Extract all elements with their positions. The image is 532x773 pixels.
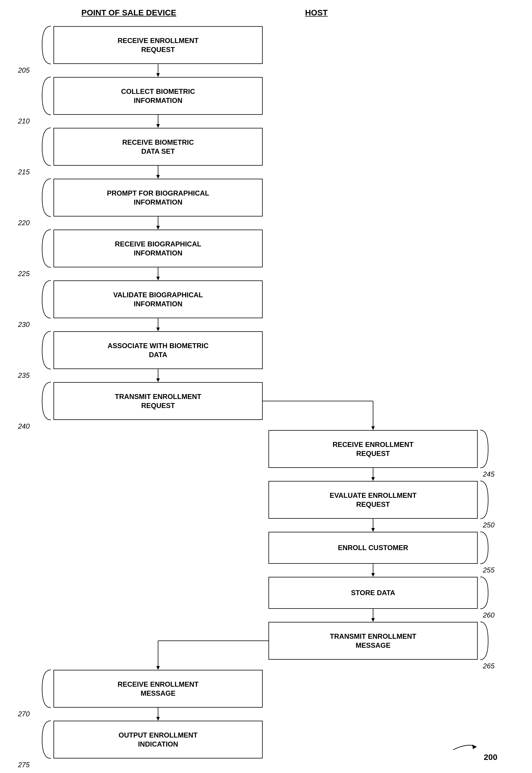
- svg-marker-11: [156, 328, 160, 331]
- box-collect-biometric-info: COLLECT BIOMETRICINFORMATION: [53, 77, 263, 115]
- box-receive-enrollment-request-host: RECEIVE ENROLLMENTREQUEST: [268, 430, 478, 468]
- svg-marker-7: [156, 226, 160, 230]
- step-255: 255: [483, 566, 495, 574]
- step-265: 265: [483, 662, 495, 670]
- step-275: 275: [18, 761, 30, 769]
- step-220: 220: [18, 219, 30, 227]
- svg-marker-9: [156, 277, 160, 280]
- svg-marker-3: [156, 124, 160, 128]
- figure-number: 200: [484, 753, 497, 762]
- step-210: 210: [18, 117, 30, 125]
- header-pos-device: POINT OF SALE DEVICE: [81, 8, 176, 17]
- step-240: 240: [18, 422, 30, 430]
- step-215: 215: [18, 168, 30, 176]
- svg-marker-24: [371, 618, 375, 622]
- step-250: 250: [483, 521, 495, 529]
- box-receive-enrollment-request-pos: RECEIVE ENROLLMENTREQUEST: [53, 26, 263, 64]
- box-transmit-enrollment-message: TRANSMIT ENROLLMENTMESSAGE: [268, 622, 478, 660]
- svg-marker-20: [371, 528, 375, 532]
- box-transmit-enrollment-request: TRANSMIT ENROLLMENTREQUEST: [53, 382, 263, 420]
- svg-marker-29: [156, 717, 160, 721]
- svg-marker-22: [371, 573, 375, 577]
- step-245: 245: [483, 470, 495, 478]
- step-230: 230: [18, 321, 30, 329]
- step-235: 235: [18, 371, 30, 380]
- box-receive-enrollment-message: RECEIVE ENROLLMENTMESSAGE: [53, 670, 263, 708]
- diagram-container: POINT OF SALE DEVICE HOST: [0, 0, 532, 773]
- box-validate-biographical-info: VALIDATE BIOGRAPHICALINFORMATION: [53, 280, 263, 318]
- box-associate-biometric-data: ASSOCIATE WITH BIOMETRICDATA: [53, 331, 263, 369]
- step-205: 205: [18, 66, 30, 74]
- svg-marker-13: [156, 378, 160, 382]
- svg-marker-30: [472, 745, 477, 749]
- svg-marker-1: [156, 73, 160, 77]
- step-270: 270: [18, 710, 30, 718]
- box-output-enrollment-indication: OUTPUT ENROLLMENTINDICATION: [53, 721, 263, 758]
- svg-marker-16: [371, 426, 375, 430]
- box-evaluate-enrollment-request: EVALUATE ENROLLMENTREQUEST: [268, 481, 478, 519]
- box-store-data: STORE DATA: [268, 577, 478, 609]
- svg-marker-27: [156, 666, 160, 670]
- box-enroll-customer: ENROLL CUSTOMER: [268, 532, 478, 564]
- header-host: HOST: [305, 8, 328, 17]
- box-prompt-biographical-info: PROMPT FOR BIOGRAPHICALINFORMATION: [53, 179, 263, 216]
- box-receive-biographical-info: RECEIVE BIOGRAPHICALINFORMATION: [53, 230, 263, 267]
- svg-marker-5: [156, 175, 160, 179]
- step-225: 225: [18, 270, 30, 278]
- svg-marker-18: [371, 477, 375, 481]
- box-receive-biometric-data-set: RECEIVE BIOMETRICDATA SET: [53, 128, 263, 166]
- step-260: 260: [483, 611, 495, 619]
